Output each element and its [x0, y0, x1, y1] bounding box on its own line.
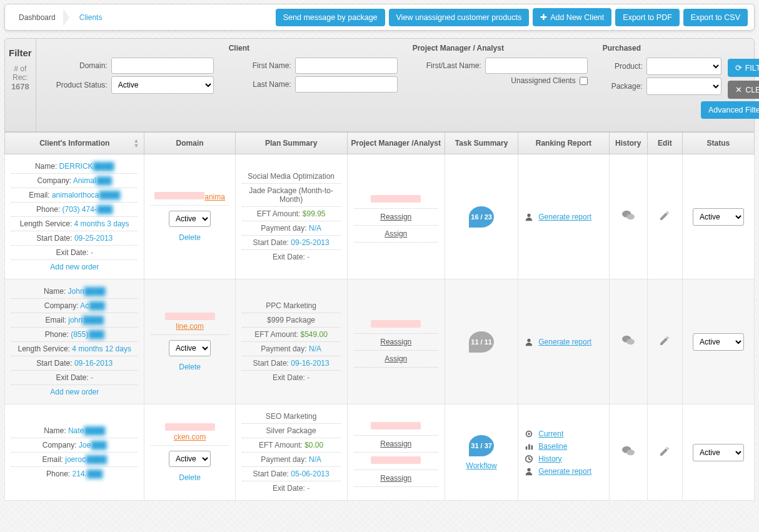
- workflow-link[interactable]: Workflow: [466, 461, 497, 470]
- client-info-cell: Name: DERRICK████ Company: Animal███ Ema…: [5, 154, 144, 279]
- clock-icon: [525, 454, 535, 463]
- view-unassigned-button[interactable]: View unassigned customer products: [389, 9, 530, 26]
- reassign-link[interactable]: Reassign: [380, 439, 411, 448]
- chat-icon[interactable]: [621, 215, 635, 224]
- col-plan[interactable]: Plan Summary: [235, 133, 347, 154]
- pm-cell: Reassign Assign: [347, 154, 445, 279]
- product-status-select[interactable]: Active: [111, 76, 214, 94]
- breadcrumb-clients[interactable]: Clients: [72, 9, 110, 26]
- status-select[interactable]: Active: [693, 444, 744, 461]
- record-count-value: 1678: [9, 82, 32, 91]
- generate-report-link[interactable]: Generate report: [538, 338, 591, 346]
- chat-icon[interactable]: [621, 340, 635, 349]
- col-edit[interactable]: Edit: [647, 133, 682, 154]
- delete-link[interactable]: Delete: [179, 363, 201, 371]
- add-client-button[interactable]: ✚Add New Client: [533, 8, 611, 26]
- col-client-info[interactable]: Client's Information▲▼: [5, 133, 144, 154]
- task-cell: 31 / 37 Workflow: [445, 404, 518, 501]
- breadcrumb-dashboard[interactable]: Dashboard: [11, 9, 63, 26]
- domain-status-select[interactable]: Active: [169, 340, 211, 356]
- breadcrumb: Dashboard Clients: [11, 9, 272, 26]
- domain-status-select[interactable]: Active: [169, 451, 211, 467]
- filter-button[interactable]: ⟳FILTER: [728, 59, 759, 77]
- history-link[interactable]: History: [538, 454, 561, 463]
- status-cell: Active: [682, 279, 754, 404]
- unassigned-checkbox[interactable]: [580, 77, 588, 85]
- add-order-link[interactable]: Add new order: [50, 388, 99, 396]
- status-select[interactable]: Active: [693, 208, 744, 226]
- history-cell: [609, 404, 647, 501]
- advanced-filter-button[interactable]: Advanced Filter: [701, 101, 759, 119]
- domain-link[interactable]: anima: [154, 193, 225, 201]
- pencil-icon[interactable]: [659, 214, 670, 223]
- pm-name-input[interactable]: [485, 58, 588, 74]
- svg-point-2: [626, 214, 635, 219]
- table-header-row: Client's Information▲▼ Domain Plan Summa…: [5, 133, 755, 154]
- product-status-label: Product Status:: [45, 81, 108, 89]
- assign-link[interactable]: Assign: [385, 354, 407, 363]
- first-name-input[interactable]: [295, 58, 398, 74]
- domain-input[interactable]: [111, 58, 214, 74]
- package-select[interactable]: [646, 78, 721, 95]
- svg-rect-8: [526, 446, 528, 449]
- col-pm[interactable]: Project Manager /Analyst: [347, 133, 445, 154]
- pencil-icon[interactable]: [659, 450, 670, 459]
- last-name-input[interactable]: [295, 76, 398, 93]
- reassign-link[interactable]: Reassign: [380, 213, 411, 221]
- plan-cell: SEO Marketing Silver Package EFT Amount:…: [235, 404, 347, 501]
- generate-report-link[interactable]: Generate report: [538, 213, 591, 221]
- pm-name-label: First/Last Name:: [413, 61, 481, 70]
- domain-link[interactable]: cken.com: [165, 424, 215, 441]
- col-status[interactable]: Status: [682, 133, 754, 154]
- send-message-button[interactable]: Send message by package: [276, 9, 385, 26]
- current-link[interactable]: Current: [538, 429, 563, 438]
- history-cell: [609, 279, 647, 404]
- assign-link[interactable]: Assign: [385, 229, 407, 238]
- close-icon: ✕: [735, 85, 742, 94]
- domain-cell: anima Active Delete: [144, 154, 235, 279]
- plus-icon: ✚: [540, 13, 547, 22]
- ranking-cell: Generate report: [518, 279, 609, 404]
- svg-rect-10: [531, 445, 533, 449]
- task-bubble-icon[interactable]: 16 / 23: [469, 206, 494, 228]
- history-cell: [609, 154, 647, 279]
- svg-point-3: [528, 338, 531, 341]
- chat-icon[interactable]: [621, 451, 635, 459]
- add-order-link[interactable]: Add new order: [50, 263, 99, 271]
- product-select[interactable]: [646, 58, 721, 75]
- delete-link[interactable]: Delete: [179, 473, 201, 482]
- reassign-link[interactable]: Reassign: [380, 338, 411, 346]
- filter-panel: Filter # of Rec: 1678 Domain: Product St…: [4, 38, 755, 132]
- generate-report-link[interactable]: Generate report: [538, 467, 591, 476]
- svg-point-12: [528, 468, 531, 471]
- plan-cell: PPC Marketing $999 Package EFT Amount: $…: [235, 279, 347, 404]
- edit-cell: [647, 154, 682, 279]
- sort-icon: ▲▼: [134, 138, 139, 148]
- col-domain[interactable]: Domain: [144, 133, 235, 154]
- pencil-icon[interactable]: [659, 339, 670, 348]
- col-ranking[interactable]: Ranking Report: [518, 133, 609, 154]
- last-name-label: Last Name:: [229, 80, 291, 89]
- clients-table: Client's Information▲▼ Domain Plan Summa…: [4, 132, 755, 501]
- export-csv-button[interactable]: Export to CSV: [683, 9, 748, 26]
- col-task[interactable]: Task Summary: [445, 133, 518, 154]
- export-pdf-button[interactable]: Export to PDF: [615, 9, 680, 26]
- domain-status-select[interactable]: Active: [169, 211, 211, 227]
- client-header: Client: [229, 44, 398, 55]
- col-history[interactable]: History: [609, 133, 647, 154]
- product-label: Product:: [603, 62, 643, 71]
- reassign-link[interactable]: Reassign: [380, 474, 411, 483]
- task-bubble-icon[interactable]: 31 / 37: [469, 435, 494, 456]
- clear-button[interactable]: ✕CLEAR: [728, 81, 759, 99]
- user-icon: [525, 467, 535, 476]
- baseline-link[interactable]: Baseline: [538, 442, 567, 451]
- task-bubble-icon[interactable]: 11 / 11: [469, 331, 494, 353]
- status-select[interactable]: Active: [693, 333, 744, 351]
- status-cell: Active: [682, 154, 754, 279]
- purchased-header: Purchased: [603, 44, 721, 55]
- delete-link[interactable]: Delete: [179, 233, 201, 242]
- domain-link[interactable]: line.com: [165, 313, 215, 331]
- target-icon: [525, 429, 535, 438]
- edit-cell: [647, 404, 682, 501]
- chart-icon: [525, 442, 535, 451]
